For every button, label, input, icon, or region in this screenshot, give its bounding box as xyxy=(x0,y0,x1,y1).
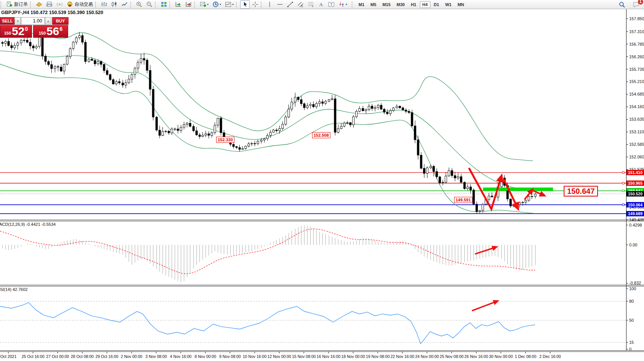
zoom-out-button[interactable] xyxy=(145,0,154,9)
zoom-in-button[interactable] xyxy=(134,0,144,9)
chat-icon[interactable]: 1 xyxy=(631,0,641,9)
new-chart-button[interactable]: ▾ xyxy=(198,0,210,9)
bollinger-bands xyxy=(0,33,535,214)
timeframe-d1-button[interactable]: D1 xyxy=(431,1,442,8)
search-icon[interactable] xyxy=(617,0,627,9)
chart-area[interactable]: 157.850157.310156.785156.260155.735155.2… xyxy=(0,0,644,361)
volume-decrease-button[interactable]: ▼ xyxy=(14,17,21,25)
time-label: 25 Oct 16:00 xyxy=(22,354,45,359)
macd-scale: 0.00 xyxy=(629,243,637,247)
rsi-line xyxy=(0,303,535,344)
sell-price-figure: 150 xyxy=(4,31,11,35)
arrows-tool-dropdown-arrow[interactable]: ▾ xyxy=(346,3,347,6)
one-click-trading-panel: SELL ▼ 1.00 ▲ BUY 150520 150566 xyxy=(0,17,69,38)
line-anchor[interactable] xyxy=(622,182,624,184)
toolbar-group-grip xyxy=(30,2,33,8)
timeframe-m30-button[interactable]: M30 xyxy=(394,1,407,8)
autotrading-button[interactable]: 自动交易 xyxy=(65,0,94,9)
line-chart-button[interactable] xyxy=(120,0,129,9)
rsi-scale: 15 xyxy=(629,340,634,345)
price-annotation[interactable]: 149.591 xyxy=(454,197,472,203)
time-label: 2 Nov 00:00 xyxy=(121,354,142,359)
layouts-button[interactable] xyxy=(34,0,44,9)
line-anchor[interactable] xyxy=(622,172,624,174)
time-label: 3 Nov 08:00 xyxy=(145,354,167,359)
timeframe-h1-button[interactable]: H1 xyxy=(408,1,419,8)
arrows-tool[interactable]: ▾ xyxy=(337,0,349,9)
candles xyxy=(2,27,536,214)
auto-scroll-button[interactable] xyxy=(174,0,183,9)
cursor-tool-button[interactable] xyxy=(240,0,250,9)
periods-button-dropdown-arrow[interactable]: ▾ xyxy=(220,3,221,6)
horizontal-line-tool[interactable] xyxy=(275,0,285,9)
time-label: 27 Oct 00:00 xyxy=(46,354,69,359)
highlight-bar[interactable] xyxy=(483,188,553,191)
time-label: 16 Nov 16:00 xyxy=(317,354,341,359)
timeframe-m1-button[interactable]: M1 xyxy=(356,1,367,8)
timeframe-mn-button[interactable]: MN xyxy=(455,1,467,8)
line-anchor[interactable] xyxy=(622,204,624,206)
volume-increase-button[interactable]: ▲ xyxy=(45,17,52,25)
axis-badge-text: 150.520 xyxy=(628,192,642,196)
toolbar-group-grip xyxy=(261,2,264,8)
price-axis[interactable]: 157.850157.310156.785156.260155.735155.2… xyxy=(0,9,644,352)
svg-text:A: A xyxy=(319,2,323,7)
candlestick-chart-button[interactable] xyxy=(110,0,119,9)
timeframe-h4-button[interactable]: H4 xyxy=(420,1,430,8)
line-anchor[interactable] xyxy=(622,190,624,192)
horizontal-level-lines[interactable] xyxy=(0,172,626,214)
new-chart-button-dropdown-arrow[interactable]: ▾ xyxy=(207,3,209,6)
red-trend-arrow[interactable] xyxy=(472,301,497,311)
trendline-tool[interactable] xyxy=(285,0,295,9)
time-axis[interactable]: Oct 202125 Oct 16:0027 Oct 00:0028 Oct 0… xyxy=(0,351,561,359)
price-tick: 157.310 xyxy=(629,29,644,34)
price-tick: 156.260 xyxy=(629,54,644,59)
time-label: 2 Dec 16:00 xyxy=(539,354,561,359)
toolbar-group-grip xyxy=(0,2,4,8)
macd-scale: 0.4298 xyxy=(629,223,642,227)
timeframe-w1-button[interactable]: W1 xyxy=(443,1,454,8)
timeframe-m15-button[interactable]: M15 xyxy=(380,1,393,8)
price-tick: 153.110 xyxy=(629,129,644,134)
text-label-tool[interactable]: T xyxy=(327,0,336,9)
news-alert-button[interactable] xyxy=(55,0,64,9)
publish-button[interactable] xyxy=(45,0,54,9)
crosshair-tool-button[interactable] xyxy=(250,0,260,9)
sell-price-display[interactable]: 150520 xyxy=(0,25,32,38)
time-label: 25 Nov 08:00 xyxy=(440,354,464,359)
channel-tool[interactable]: E xyxy=(296,0,305,9)
toolbar-group-grip xyxy=(236,2,239,8)
vertical-line-tool[interactable] xyxy=(265,0,274,9)
buy-price-point: 6 xyxy=(59,26,62,32)
time-label: 9 Nov 08:00 xyxy=(219,354,241,359)
red-trend-arrow[interactable] xyxy=(475,247,496,254)
chart-shift-button[interactable] xyxy=(184,0,193,9)
toolbar-group-grip xyxy=(130,2,134,8)
rsi-scale: 100 xyxy=(629,286,636,291)
buy-price-display[interactable]: 150566 xyxy=(33,25,68,38)
fibonacci-tool[interactable]: F xyxy=(306,0,316,9)
volume-input[interactable]: 1.00 xyxy=(21,17,45,25)
sell-price-pips: 52 xyxy=(12,26,24,37)
support-highlight-bar[interactable] xyxy=(483,188,553,191)
periods-button[interactable]: ▾ xyxy=(211,0,223,9)
tile-windows-button[interactable] xyxy=(159,0,169,9)
price-annotation[interactable]: 152.508 xyxy=(312,132,330,138)
timeframe-m5-button[interactable]: M5 xyxy=(368,1,379,8)
text-tool[interactable]: A xyxy=(316,0,326,9)
time-label: 15 Nov 08:00 xyxy=(292,354,316,359)
sell-button[interactable]: SELL xyxy=(0,17,14,25)
new-order-button[interactable]: 新订单 xyxy=(5,0,29,9)
indicators-button[interactable]: ▾ xyxy=(223,0,235,9)
indicators-button-dropdown-arrow[interactable]: ▾ xyxy=(232,3,234,6)
time-label: 30 Nov 00:00 xyxy=(489,354,513,359)
time-label: 19 Nov 08:00 xyxy=(366,354,390,359)
bar-chart-button[interactable] xyxy=(99,0,109,9)
buy-price-pips: 56 xyxy=(46,26,59,37)
time-label: 12 Nov 00:00 xyxy=(267,354,291,359)
time-label: 26 Nov 16:00 xyxy=(464,354,488,359)
svg-text:F: F xyxy=(312,5,314,8)
price-annotation[interactable]: 150.647 xyxy=(564,186,598,196)
price-annotation[interactable]: 152.330 xyxy=(216,137,234,143)
buy-button[interactable]: BUY xyxy=(52,17,69,25)
